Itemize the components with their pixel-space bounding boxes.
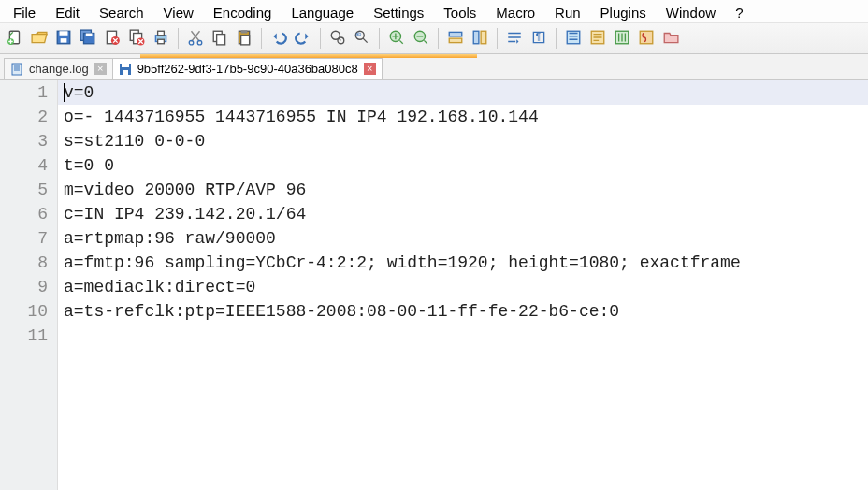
svg-rect-21: [241, 30, 248, 33]
line-number: 9: [0, 275, 48, 299]
folder-icon: [662, 29, 679, 49]
open-button[interactable]: [28, 27, 51, 50]
svg-rect-37: [640, 31, 653, 44]
sync-h-icon: [471, 29, 488, 49]
func-list-button[interactable]: [635, 27, 658, 50]
copy-icon: [211, 29, 228, 49]
tab-label: 9b5ff262-9df3-17b5-9c90-40a36ba080c8: [137, 62, 358, 76]
line-number: 5: [0, 178, 48, 202]
sync-v-icon: [447, 29, 464, 49]
menu-language[interactable]: Language: [282, 3, 363, 22]
doc-map-button[interactable]: [611, 27, 633, 50]
close-icon: [104, 29, 121, 49]
doc-blue-icon: [10, 63, 23, 76]
code-line[interactable]: t=0 0: [58, 153, 868, 178]
menu-run[interactable]: Run: [545, 3, 590, 22]
tab-strip: change.log×9b5ff262-9df3-17b5-9c90-40a36…: [0, 54, 868, 80]
line-number: 7: [0, 226, 48, 251]
print-button[interactable]: [150, 27, 172, 50]
close-button[interactable]: [101, 27, 123, 50]
menu-edit[interactable]: Edit: [46, 3, 89, 22]
code-line[interactable]: v=0: [58, 80, 868, 105]
svg-rect-40: [122, 64, 129, 67]
svg-rect-41: [123, 70, 128, 75]
code-line[interactable]: a=fmtp:96 sampling=YCbCr-4:2:2; width=19…: [58, 251, 868, 275]
line-number-gutter: 1234567891011: [0, 80, 58, 490]
lang-color-icon: [589, 29, 606, 49]
cut-button[interactable]: [184, 27, 207, 50]
new-doc-button[interactable]: [4, 27, 26, 50]
toolbar-separator: [261, 28, 262, 49]
wrap-button[interactable]: [503, 27, 526, 50]
menu-search[interactable]: Search: [90, 3, 153, 22]
svg-rect-32: [481, 31, 486, 44]
menu-settings[interactable]: Settings: [364, 3, 433, 22]
text-caret: [64, 83, 65, 102]
code-line[interactable]: c=IN IP4 239.142.20.1/64: [58, 202, 868, 226]
paste-button[interactable]: [233, 27, 255, 50]
line-number: 8: [0, 251, 48, 275]
code-line[interactable]: [58, 324, 868, 348]
menu-file[interactable]: File: [4, 3, 45, 22]
svg-rect-38: [12, 64, 22, 75]
tab-close-icon[interactable]: ×: [364, 63, 376, 75]
menu-encoding[interactable]: Encoding: [204, 3, 282, 22]
lang-color-button[interactable]: [586, 27, 609, 50]
tab-0[interactable]: change.log×: [4, 58, 113, 79]
close-all-icon: [128, 29, 145, 49]
menu-help[interactable]: ?: [726, 3, 752, 22]
svg-rect-15: [158, 39, 165, 44]
zoom-in-icon: [388, 29, 405, 49]
replace-icon: ab: [354, 29, 370, 49]
svg-rect-31: [473, 31, 479, 44]
menu-view[interactable]: View: [154, 3, 203, 22]
save-button[interactable]: [52, 27, 75, 50]
menu-plugins[interactable]: Plugins: [591, 3, 656, 22]
undo-button[interactable]: [268, 27, 290, 50]
code-line[interactable]: a=ts-refclk:ptp=IEEE1588-2008:08-00-11-f…: [58, 299, 868, 324]
line-number: 2: [0, 105, 48, 129]
line-number: 6: [0, 202, 48, 226]
code-line[interactable]: a=rtpmap:96 raw/90000: [58, 226, 868, 251]
find-button[interactable]: [326, 27, 349, 50]
sync-h-button[interactable]: [469, 27, 491, 50]
svg-text:¶: ¶: [536, 32, 541, 42]
line-number: 11: [0, 324, 48, 348]
toolbar-separator: [379, 28, 380, 49]
svg-rect-7: [86, 33, 93, 36]
func-list-icon: [638, 29, 655, 49]
toolbar: ab¶: [0, 22, 868, 54]
code-line[interactable]: m=video 20000 RTP/AVP 96: [58, 178, 868, 202]
paste-icon: [236, 29, 253, 49]
close-all-button[interactable]: [125, 27, 148, 50]
undo-icon: [270, 29, 287, 49]
toolbar-separator: [497, 28, 498, 49]
tab-1[interactable]: 9b5ff262-9df3-17b5-9c90-40a36ba080c8×: [112, 58, 383, 79]
menu-window[interactable]: Window: [657, 3, 725, 22]
print-icon: [152, 29, 169, 49]
save-all-button[interactable]: [77, 27, 99, 50]
code-line[interactable]: s=st2110 0-0-0: [58, 129, 868, 153]
zoom-out-button[interactable]: [410, 27, 432, 50]
toolbar-separator: [178, 28, 179, 49]
zoom-out-icon: [412, 29, 429, 49]
zoom-in-button[interactable]: [385, 27, 408, 50]
svg-rect-22: [241, 35, 250, 44]
sync-v-button[interactable]: [444, 27, 467, 50]
copy-button[interactable]: [209, 27, 231, 50]
replace-button[interactable]: ab: [351, 27, 373, 50]
menu-tools[interactable]: Tools: [434, 3, 485, 22]
folder-button[interactable]: [659, 27, 682, 50]
show-all-button[interactable]: ¶: [528, 27, 550, 50]
svg-rect-3: [60, 31, 68, 36]
tab-close-icon[interactable]: ×: [94, 63, 107, 75]
doc-map-icon: [614, 29, 630, 49]
redo-button[interactable]: [292, 27, 314, 50]
find-icon: [329, 29, 346, 49]
code-line[interactable]: o=- 1443716955 1443716955 IN IP4 192.168…: [58, 105, 868, 129]
code-line[interactable]: a=mediaclk:direct=0: [58, 275, 868, 299]
indent-guide-button[interactable]: [562, 27, 585, 50]
cut-icon: [187, 29, 204, 49]
code-area[interactable]: v=0o=- 1443716955 1443716955 IN IP4 192.…: [58, 80, 868, 490]
menu-macro[interactable]: Macro: [486, 3, 544, 22]
